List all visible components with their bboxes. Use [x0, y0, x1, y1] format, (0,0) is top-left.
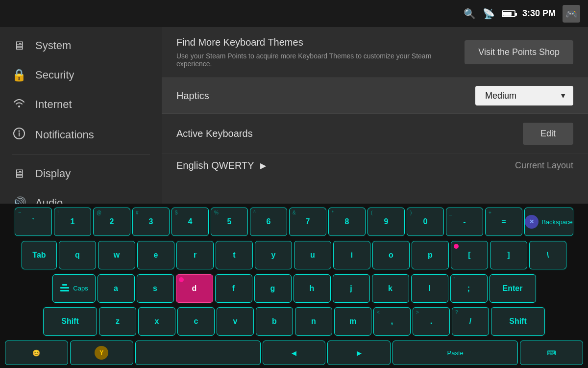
- key-4[interactable]: $4: [172, 208, 209, 236]
- key-open-bracket[interactable]: [: [451, 241, 488, 269]
- sidebar-item-system-label: System: [35, 39, 71, 52]
- key-c[interactable]: c: [177, 307, 215, 336]
- key-v[interactable]: v: [217, 307, 254, 336]
- active-keyboards-label: Active Keyboards: [176, 128, 253, 139]
- key-z[interactable]: z: [99, 307, 136, 336]
- key-9[interactable]: (9: [368, 208, 405, 236]
- sidebar-item-system[interactable]: 🖥 System: [0, 31, 162, 60]
- key-r[interactable]: r: [176, 241, 214, 269]
- key-backslash[interactable]: \: [529, 241, 566, 269]
- key-minus[interactable]: _-: [446, 208, 483, 236]
- sidebar-item-security-label: Security: [35, 69, 74, 81]
- key-5[interactable]: %5: [211, 208, 248, 236]
- keyboard-area: ~` !1 @2 #3 $4 %5 ^6 &7 *8 (9 )0 _- += ✕…: [0, 204, 588, 368]
- cursor-icon: ▶: [260, 161, 266, 170]
- key-0[interactable]: )0: [407, 208, 444, 236]
- key-fwd-arrow[interactable]: ▶: [327, 341, 391, 365]
- key-3[interactable]: #3: [132, 208, 170, 236]
- visit-points-shop-button[interactable]: Visit the Points Shop: [465, 40, 573, 64]
- monitor-icon: 🖥: [12, 39, 26, 53]
- clock: 3:30 PM: [522, 8, 556, 19]
- wifi-icon: [12, 98, 26, 111]
- key-w[interactable]: w: [98, 241, 135, 269]
- pink-dot-indicator: [454, 244, 459, 249]
- current-layout-row: English QWERTY ▶ Current Layout: [162, 154, 588, 177]
- key-a[interactable]: a: [98, 274, 135, 303]
- key-1[interactable]: !1: [54, 208, 91, 236]
- svg-rect-3: [60, 287, 69, 289]
- key-period[interactable]: >.: [413, 307, 450, 336]
- key-q[interactable]: q: [59, 241, 96, 269]
- key-keyboard-icon[interactable]: ⌨: [520, 341, 583, 365]
- key-emoji[interactable]: 😊: [5, 341, 68, 365]
- sidebar-item-internet[interactable]: Internet: [0, 90, 162, 119]
- current-layout-name: English QWERTY: [176, 160, 254, 171]
- key-back-arrow[interactable]: ◀: [263, 341, 326, 365]
- key-caps[interactable]: Caps: [52, 274, 96, 303]
- key-y-button[interactable]: Y: [70, 341, 133, 365]
- key-slash[interactable]: ?/: [452, 307, 489, 336]
- points-banner: Find More Keyboard Themes Use your Steam…: [162, 27, 588, 78]
- avatar[interactable]: 🎮: [563, 5, 580, 23]
- key-x[interactable]: x: [138, 307, 175, 336]
- sidebar-item-display[interactable]: 🖥 Display: [0, 159, 162, 188]
- keyboard-row-numbers: ~` !1 @2 #3 $4 %5 ^6 &7 *8 (9 )0 _- += ✕…: [3, 208, 585, 236]
- y-button-icon: Y: [95, 346, 108, 360]
- points-banner-title: Find More Keyboard Themes: [176, 37, 465, 48]
- sidebar-item-notifications-label: Notifications: [35, 129, 94, 141]
- sidebar-item-internet-label: Internet: [35, 98, 72, 111]
- key-8[interactable]: *8: [328, 208, 366, 236]
- key-o[interactable]: o: [372, 241, 410, 269]
- key-equals[interactable]: +=: [485, 208, 522, 236]
- haptics-row: Haptics Low Medium High Off: [162, 78, 588, 113]
- key-u[interactable]: u: [294, 241, 331, 269]
- key-shift-right[interactable]: Shift: [491, 307, 545, 336]
- key-tab[interactable]: Tab: [22, 241, 57, 269]
- key-enter[interactable]: Enter: [490, 274, 536, 303]
- sidebar-item-notifications[interactable]: Notifications: [0, 119, 162, 151]
- haptics-select[interactable]: Low Medium High Off: [475, 86, 573, 105]
- key-j[interactable]: j: [333, 274, 370, 303]
- key-y[interactable]: y: [255, 241, 292, 269]
- key-paste[interactable]: Paste: [392, 341, 518, 365]
- keyboard-row-asdf: Caps a s d f g h j k l "; Enter: [3, 274, 585, 303]
- key-s[interactable]: s: [137, 274, 174, 303]
- key-2[interactable]: @2: [93, 208, 130, 236]
- key-e[interactable]: e: [137, 241, 174, 269]
- key-backtick[interactable]: ~`: [15, 208, 52, 236]
- active-keyboards-row: Active Keyboards Edit: [162, 113, 588, 154]
- battery-icon: [502, 10, 515, 17]
- key-d[interactable]: d: [176, 274, 213, 303]
- key-shift-left[interactable]: Shift: [43, 307, 97, 336]
- key-g[interactable]: g: [254, 274, 292, 303]
- key-comma[interactable]: <,: [373, 307, 411, 336]
- key-f[interactable]: f: [215, 274, 252, 303]
- key-7[interactable]: &7: [289, 208, 326, 236]
- search-icon[interactable]: 🔍: [464, 8, 476, 20]
- key-b[interactable]: b: [256, 307, 293, 336]
- key-n[interactable]: n: [295, 307, 332, 336]
- edit-button[interactable]: Edit: [523, 123, 573, 145]
- key-k[interactable]: k: [372, 274, 409, 303]
- key-l[interactable]: l: [411, 274, 448, 303]
- key-m[interactable]: m: [334, 307, 371, 336]
- key-close-bracket[interactable]: ]: [490, 241, 527, 269]
- key-p[interactable]: p: [412, 241, 449, 269]
- sidebar-divider: [12, 155, 150, 155]
- points-banner-desc: Use your Steam Points to acquire more Ke…: [176, 52, 465, 68]
- key-h[interactable]: h: [294, 274, 331, 303]
- cast-icon[interactable]: 📡: [483, 8, 495, 20]
- key-backspace[interactable]: ✕ Backspace: [524, 208, 573, 236]
- haptics-label: Haptics: [176, 90, 209, 102]
- sidebar-item-security[interactable]: 🔒 Security: [0, 60, 162, 90]
- svg-rect-1: [19, 132, 20, 136]
- sidebar-item-display-label: Display: [35, 167, 71, 180]
- keyboard-bottom-row: 😊 Y ◀ ▶ Paste ⌨: [3, 341, 585, 365]
- current-layout-left: English QWERTY ▶: [176, 160, 266, 171]
- key-space[interactable]: [135, 341, 261, 365]
- key-semicolon[interactable]: ";: [450, 274, 488, 303]
- key-6[interactable]: ^6: [250, 208, 287, 236]
- key-i[interactable]: i: [333, 241, 370, 269]
- lock-icon: 🔒: [12, 68, 26, 82]
- key-t[interactable]: t: [216, 241, 253, 269]
